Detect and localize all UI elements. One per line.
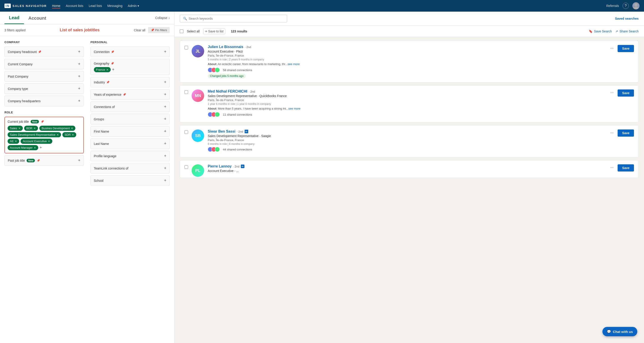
remove-tag-icon[interactable]: ✕ — [48, 140, 50, 143]
tag-account-manager[interactable]: Account Manager ✕ — [8, 145, 38, 150]
filter-annotation: List of sales jobtitles — [28, 28, 131, 32]
help-icon[interactable]: ? — [622, 3, 629, 9]
see-more-link[interactable]: see more — [288, 107, 300, 110]
remove-tag-icon[interactable]: ✕ — [34, 146, 36, 149]
nav-right: Referrals ? — [606, 2, 640, 10]
remove-tag-icon[interactable]: ✕ — [71, 127, 73, 130]
nav-account-lists[interactable]: Account lists — [66, 3, 84, 8]
results-actions: 🔖 Save Search ↗ Share Search — [589, 30, 639, 33]
company-headquarters-filter[interactable]: Company headquarters + — [4, 96, 84, 106]
search-icon: 🔍 — [183, 17, 187, 20]
years-experience-filter[interactable]: Years of experience 📌 + — [90, 89, 170, 100]
remove-tag-icon[interactable]: ✕ — [106, 68, 108, 71]
nav-messaging[interactable]: Messaging — [107, 3, 122, 8]
connection-filter[interactable]: Connection 📌 + — [90, 46, 170, 57]
remove-tag-icon[interactable]: ✕ — [18, 127, 20, 130]
nav-lead-lists[interactable]: Lead lists — [89, 3, 102, 8]
geography-filter[interactable]: Geography 📌 France ✕ + — [90, 59, 170, 75]
nav-referrals[interactable]: Referrals — [606, 4, 619, 8]
add-icon: + — [164, 104, 166, 109]
tag-france[interactable]: France ✕ — [94, 67, 111, 72]
linkedin-icon: in — [4, 4, 11, 8]
tag-sdr-full[interactable]: Sales Development Representative ✕ — [8, 132, 61, 137]
save-lead-button[interactable]: Save — [618, 45, 634, 52]
save-lead-button[interactable]: Save — [618, 164, 634, 172]
teamlink-filter[interactable]: TeamLink connections of + — [90, 163, 170, 174]
card-duration: 5 months in role | 2 years 9 months in c… — [208, 58, 605, 61]
more-options-button[interactable]: ··· — [608, 90, 616, 96]
connections-of-filter[interactable]: Connections of + — [90, 102, 170, 112]
nav-links: Home Account lists Lead lists Messaging … — [52, 3, 601, 8]
save-lead-button[interactable]: Save — [618, 130, 634, 136]
more-options-button[interactable]: ··· — [608, 164, 616, 171]
card-location: Paris, Île-de-France, France — [208, 98, 605, 102]
filters-content: Company Company headcount 📌 + Current Co… — [0, 36, 174, 192]
card-info: Siwar Ben Sassi · 2nd in Sales Developem… — [208, 130, 605, 153]
select-all-checkbox[interactable] — [180, 30, 183, 33]
brand-logo[interactable]: in SALES NAVIGATOR — [4, 4, 47, 8]
connection-avatar — [215, 147, 220, 152]
nav-admin[interactable]: Admin ▾ — [128, 3, 139, 8]
tag-sdr[interactable]: SDR ✕ — [62, 132, 76, 137]
user-avatar[interactable] — [632, 2, 640, 10]
add-icon: + — [164, 117, 166, 122]
more-options-button[interactable]: ··· — [608, 130, 616, 136]
tag-bdr[interactable]: BDR ✕ — [24, 126, 38, 131]
tabs-bar: Lead Account Collapse ‹ — [0, 12, 174, 24]
tab-lead[interactable]: Lead — [4, 12, 24, 24]
save-to-list-button[interactable]: ≡ Save to list — [203, 28, 226, 34]
search-input[interactable] — [189, 17, 284, 20]
changed-jobs-badge: Changed jobs 5 months ago — [208, 74, 246, 78]
filter-bar: 3 filters applied List of sales jobtitle… — [0, 24, 174, 36]
current-company-filter[interactable]: Current Company + — [4, 59, 84, 69]
nav-home[interactable]: Home — [52, 3, 60, 8]
company-type-filter[interactable]: Company type + — [4, 84, 84, 94]
first-name-filter[interactable]: First Name + — [90, 126, 170, 136]
past-job-title-filter[interactable]: Past job title New 📌 + — [4, 155, 84, 166]
add-tag-button[interactable]: + — [40, 145, 42, 150]
groups-filter[interactable]: Groups + — [90, 114, 170, 124]
tag-busines-development[interactable]: Busines Development ✕ — [39, 126, 75, 131]
save-search-button[interactable]: 🔖 Save Search — [589, 30, 612, 33]
tag-account-executive[interactable]: Account Executive ✕ — [20, 139, 52, 144]
more-options-button[interactable]: ··· — [608, 45, 616, 52]
remove-tag-icon[interactable]: ✕ — [34, 127, 36, 130]
card-checkbox[interactable] — [184, 165, 188, 169]
tag-sales[interactable]: Sales ✕ — [8, 126, 23, 131]
company-headcount-filter[interactable]: Company headcount 📌 + — [4, 46, 84, 57]
pin-icon: 📌 — [38, 50, 41, 54]
saved-searches-link[interactable]: Saved searches — [615, 17, 639, 20]
card-actions: ··· Save — [608, 90, 634, 96]
add-icon: + — [78, 50, 80, 54]
clear-all-button[interactable]: Clear all — [134, 28, 145, 32]
card-name[interactable]: Med Nidhal FERCHICHI — [208, 90, 247, 94]
school-filter[interactable]: School + — [90, 175, 170, 186]
save-lead-button[interactable]: Save — [618, 90, 634, 96]
remove-tag-icon[interactable]: ✕ — [56, 133, 59, 136]
last-name-filter[interactable]: Last Name + — [90, 138, 170, 149]
chat-with-us-button[interactable]: 💬 Chat with us — [602, 327, 637, 336]
collapse-button[interactable]: Collapse ‹ — [155, 16, 170, 20]
industry-filter[interactable]: Industry 📌 + — [90, 77, 170, 88]
card-name[interactable]: Julien Le Bissonnais — [208, 45, 243, 49]
card-checkbox[interactable] — [184, 130, 188, 134]
remove-tag-icon[interactable]: ✕ — [72, 133, 74, 136]
tag-ae[interactable]: AE ✕ — [8, 139, 19, 144]
profile-language-filter[interactable]: Profile language + — [90, 151, 170, 161]
add-icon: + — [164, 154, 166, 158]
search-input-wrapper[interactable]: 🔍 — [180, 15, 287, 22]
share-search-button[interactable]: ↗ Share Search — [616, 30, 639, 33]
tab-account[interactable]: Account — [24, 12, 51, 24]
card-checkbox[interactable] — [184, 90, 188, 94]
job-title-header: Current job title New 📌 — [8, 120, 81, 124]
card-name[interactable]: Siwar Ben Sassi — [208, 130, 236, 134]
past-company-filter[interactable]: Past Company + — [4, 71, 84, 82]
personal-filters: Personal Connection 📌 + Geography 📌 — [90, 40, 170, 188]
card-checkbox[interactable] — [184, 46, 188, 50]
card-title: Sales Development Representative · Quick… — [208, 94, 605, 98]
see-more-link[interactable]: see more — [288, 62, 300, 66]
remove-tag-icon[interactable]: ✕ — [15, 140, 17, 143]
card-connections: 11 shared connections — [208, 112, 605, 117]
pin-filters-button[interactable]: 📌 Pin filters — [148, 27, 170, 33]
card-name[interactable]: Pierre Lannoy — [208, 164, 232, 168]
